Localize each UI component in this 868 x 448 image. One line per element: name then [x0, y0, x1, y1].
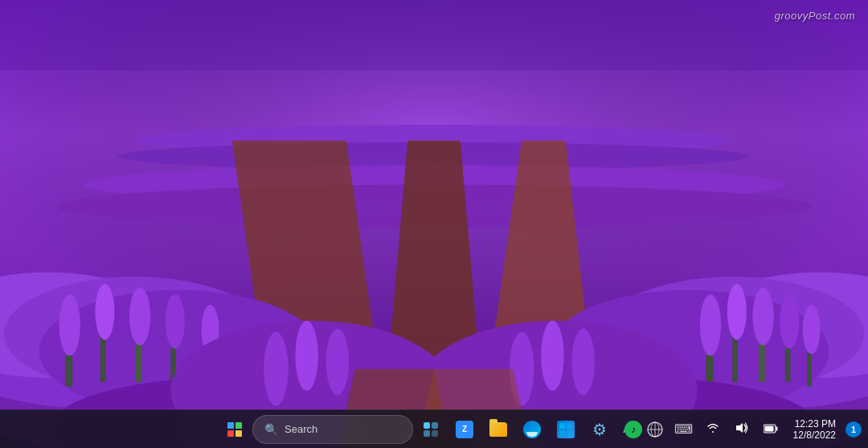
ms-store-icon	[557, 421, 575, 438]
settings-button[interactable]: ⚙	[583, 413, 616, 446]
clock-date: 12/8/2022	[793, 430, 836, 441]
svg-point-19	[59, 294, 80, 356]
watermark: groovyPost.com	[775, 10, 855, 22]
spotify-icon	[624, 421, 642, 438]
windows-logo	[227, 422, 242, 437]
keyboard-icon: ⌨	[674, 421, 693, 437]
svg-point-46	[326, 328, 349, 395]
svg-rect-59	[559, 430, 565, 436]
clock[interactable]: 12:23 PM 12/8/2022	[787, 413, 842, 446]
volume-button[interactable]	[729, 413, 755, 446]
battery-button[interactable]	[758, 413, 784, 446]
svg-rect-57	[559, 423, 565, 429]
svg-rect-52	[0, 0, 868, 70]
svg-rect-53	[424, 422, 430, 429]
settings-icon: ⚙	[592, 420, 607, 439]
svg-point-45	[295, 321, 317, 391]
widgets-button[interactable]	[415, 413, 447, 446]
edge-icon	[523, 421, 541, 438]
search-label: Search	[285, 423, 317, 435]
svg-rect-60	[567, 430, 572, 436]
svg-point-48	[541, 321, 563, 391]
desktop: groovyPost.com 🔍 Search	[0, 0, 868, 448]
zoom-button[interactable]: Z	[448, 413, 481, 446]
svg-marker-65	[736, 423, 743, 433]
svg-rect-54	[432, 422, 438, 429]
file-explorer-icon	[489, 422, 507, 437]
svg-point-22	[166, 294, 185, 349]
search-icon: 🔍	[264, 423, 278, 436]
svg-rect-56	[432, 430, 438, 437]
system-tray: ∧ ⌨	[613, 413, 862, 446]
svg-point-35	[727, 284, 747, 340]
keyboard-button[interactable]: ⌨	[671, 413, 697, 446]
wallpaper	[0, 0, 868, 448]
taskbar: 🔍 Search Z	[0, 409, 868, 448]
zoom-icon: Z	[456, 421, 473, 438]
svg-rect-58	[567, 423, 572, 429]
svg-rect-55	[424, 430, 430, 437]
svg-point-49	[571, 328, 594, 395]
svg-point-21	[129, 287, 150, 345]
svg-point-34	[700, 294, 721, 356]
svg-point-36	[752, 287, 773, 345]
svg-point-38	[803, 305, 821, 354]
spotify-button[interactable]	[617, 413, 649, 446]
taskbar-center: 🔍 Search Z	[219, 413, 649, 446]
notification-button[interactable]: 1	[845, 421, 862, 438]
ms-store-button[interactable]	[550, 413, 582, 446]
svg-rect-67	[776, 426, 777, 430]
clock-time: 12:23 PM	[795, 418, 836, 430]
battery-icon	[764, 423, 778, 436]
volume-icon	[735, 421, 748, 437]
wifi-icon	[706, 421, 719, 437]
edge-button[interactable]	[516, 413, 548, 446]
file-explorer-button[interactable]	[482, 413, 514, 446]
svg-point-44	[264, 332, 289, 406]
search-bar[interactable]: 🔍 Search	[252, 415, 413, 444]
wifi-button[interactable]	[700, 413, 726, 446]
svg-point-37	[780, 294, 799, 349]
svg-rect-68	[764, 425, 773, 431]
start-button[interactable]	[219, 413, 251, 446]
svg-point-20	[95, 284, 114, 340]
